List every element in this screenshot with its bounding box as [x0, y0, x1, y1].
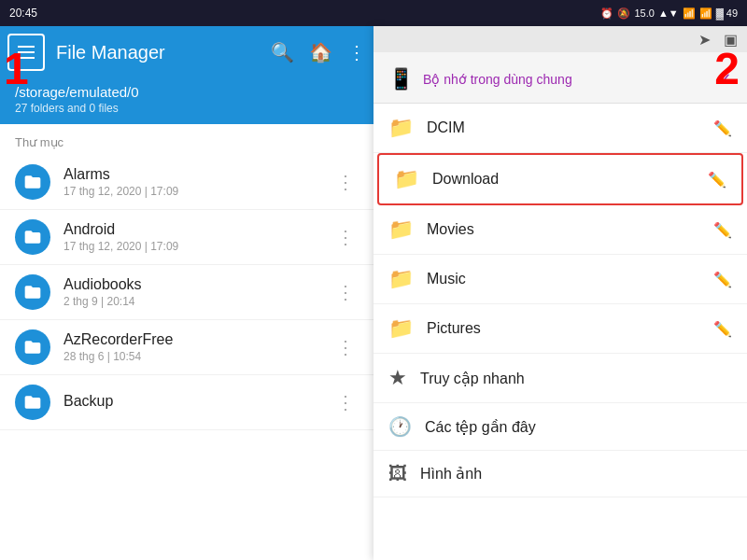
file-name-alarms: Alarms [63, 166, 319, 183]
file-info-android: Android 17 thg 12, 2020 | 17:09 [63, 221, 319, 253]
red-label-2: 2 [714, 47, 740, 91]
folder-icon-audiobooks [15, 274, 50, 310]
drawer-item-dcim[interactable]: 📁 DCIM ✏️ ⋮ [374, 104, 747, 153]
edit-icon-movies[interactable]: ✏️ [713, 221, 732, 239]
status-time: 20:45 [9, 7, 37, 20]
drawer-label-movies: Movies [427, 221, 700, 238]
battery-icon: ▓ 49 [716, 7, 738, 19]
file-name-android: Android [63, 221, 319, 238]
list-item[interactable]: Alarms 17 thg 12, 2020 | 17:09 ⋮ [0, 155, 374, 210]
file-list: Alarms 17 thg 12, 2020 | 17:09 ⋮ Android… [0, 155, 374, 560]
edit-icon-download[interactable]: ✏️ [708, 171, 726, 189]
file-date-azrecorder: 28 thg 6 | 10:54 [63, 350, 319, 363]
folder-icon-alarms [15, 164, 50, 200]
home-icon[interactable]: 🏠 [309, 41, 332, 63]
file-date-audiobooks: 2 thg 9 | 20:14 [63, 295, 319, 308]
drawer-item-images[interactable]: 🖼 Hình ảnh ⋮ [374, 451, 747, 497]
drawer-panel: ➤ ▣ 📱 Bộ nhớ trong dùng chung ✓ 📁 DCIM ✏… [374, 26, 747, 560]
folder-icon-movies: 📁 [388, 217, 414, 242]
folder-icon-pictures: 📁 [388, 316, 414, 341]
notification-icon: 🔕 [617, 7, 630, 20]
drawer-item-pictures[interactable]: 📁 Pictures ✏️ ⋮ [374, 304, 747, 354]
file-more-backup[interactable]: ⋮ [332, 387, 359, 417]
app-title: File Manager [56, 42, 260, 63]
list-item[interactable]: Backup ⋮ [0, 375, 374, 430]
drawer-label-recent: Các tệp gần đây [425, 418, 732, 436]
drawer-label-music: Music [427, 271, 700, 287]
drawer-item-movies[interactable]: 📁 Movies ✏️ ⋮ [374, 205, 747, 255]
more-options-icon[interactable]: ⋮ [347, 41, 366, 63]
edit-icon-music[interactable]: ✏️ [713, 271, 732, 288]
path-bar: /storage/emulated/0 27 folders and 0 fil… [0, 78, 374, 124]
drawer-item-recent[interactable]: 🕐 Các tệp gần đây ⋮ [374, 403, 747, 451]
drawer-label-quick-access: Truy cập nhanh [420, 370, 732, 387]
star-icon: ★ [388, 366, 407, 390]
folder-icon-azrecorder [15, 329, 50, 365]
path-subtitle: 27 folders and 0 files [15, 102, 359, 115]
image-icon: 🖼 [388, 463, 407, 484]
left-panel: File Manager 🔍 🏠 ⋮ /storage/emulated/0 2… [0, 26, 374, 560]
file-name-backup: Backup [63, 393, 319, 410]
file-date-android: 17 thg 12, 2020 | 17:09 [63, 240, 319, 253]
folder-icon-dcim: 📁 [388, 116, 414, 140]
file-info-backup: Backup [63, 393, 319, 412]
list-item[interactable]: Android 17 thg 12, 2020 | 17:09 ⋮ [0, 210, 374, 265]
file-more-azrecorder[interactable]: ⋮ [332, 332, 359, 362]
file-info-audiobooks: Audiobooks 2 thg 9 | 20:14 [63, 276, 319, 308]
search-icon[interactable]: 🔍 [271, 41, 294, 63]
file-info-azrecorder: AzRecorderFree 28 thg 6 | 10:54 [63, 331, 319, 363]
drawer-item-quick-access[interactable]: ★ Truy cập nhanh ⋮ [374, 354, 747, 403]
section-header: Thư mục [0, 124, 374, 155]
drawer-label-pictures: Pictures [427, 320, 700, 337]
phone-icon: 📱 [388, 67, 414, 91]
file-name-audiobooks: Audiobooks [63, 276, 319, 293]
history-icon: 🕐 [388, 415, 412, 438]
drawer-header[interactable]: 📱 Bộ nhớ trong dùng chung ✓ [374, 52, 747, 104]
current-path: /storage/emulated/0 [15, 84, 359, 100]
file-more-alarms[interactable]: ⋮ [332, 167, 359, 197]
storage-label: Bộ nhớ trong dùng chung [423, 72, 572, 87]
drawer-item-music[interactable]: 📁 Music ✏️ ⋮ [374, 255, 747, 304]
status-bar: 20:45 ⏰ 🔕 15.0 ▲▼ 📶 📶 ▓ 49 [0, 0, 747, 26]
list-item[interactable]: AzRecorderFree 28 thg 6 | 10:54 ⋮ [0, 320, 374, 375]
status-icons: ⏰ 🔕 15.0 ▲▼ 📶 📶 ▓ 49 [600, 7, 738, 20]
drawer-label-dcim: DCIM [427, 119, 700, 136]
wifi-icon: ▲▼ [658, 7, 679, 19]
drawer-label-download: Download [432, 171, 695, 188]
file-name-azrecorder: AzRecorderFree [63, 331, 319, 348]
network-speed: 15.0 [634, 7, 654, 19]
drawer-label-images: Hình ảnh [420, 465, 732, 483]
file-more-audiobooks[interactable]: ⋮ [332, 277, 359, 307]
signal-icon: 📶 [683, 7, 696, 20]
folder-icon-backup [15, 385, 50, 420]
main-container: File Manager 🔍 🏠 ⋮ /storage/emulated/0 2… [0, 26, 747, 560]
folder-icon-android [15, 219, 50, 255]
edit-icon-dcim[interactable]: ✏️ [713, 119, 732, 137]
send-icon[interactable]: ➤ [698, 31, 711, 49]
drawer-header-left: 📱 Bộ nhớ trong dùng chung [388, 67, 572, 91]
app-bar: File Manager 🔍 🏠 ⋮ [0, 26, 374, 78]
signal-icon2: 📶 [699, 7, 712, 20]
folder-icon-download: 📁 [394, 167, 419, 191]
app-bar-icons: 🔍 🏠 ⋮ [271, 41, 366, 63]
file-date-alarms: 17 thg 12, 2020 | 17:09 [63, 185, 319, 198]
folder-icon-music: 📁 [388, 267, 414, 291]
edit-icon-pictures[interactable]: ✏️ [713, 320, 732, 338]
drawer-list: 📁 DCIM ✏️ ⋮ 📁 Download ✏️ ⋮ 📁 Movies ✏️ [374, 104, 747, 560]
drawer-topbar: ➤ ▣ [374, 26, 747, 52]
alarm-icon: ⏰ [600, 7, 613, 20]
list-item[interactable]: Audiobooks 2 thg 9 | 20:14 ⋮ [0, 265, 374, 320]
drawer-item-download[interactable]: 📁 Download ✏️ ⋮ [377, 153, 743, 205]
red-label-1: 1 [4, 47, 29, 91]
file-more-android[interactable]: ⋮ [332, 222, 359, 252]
file-info-alarms: Alarms 17 thg 12, 2020 | 17:09 [63, 166, 319, 198]
